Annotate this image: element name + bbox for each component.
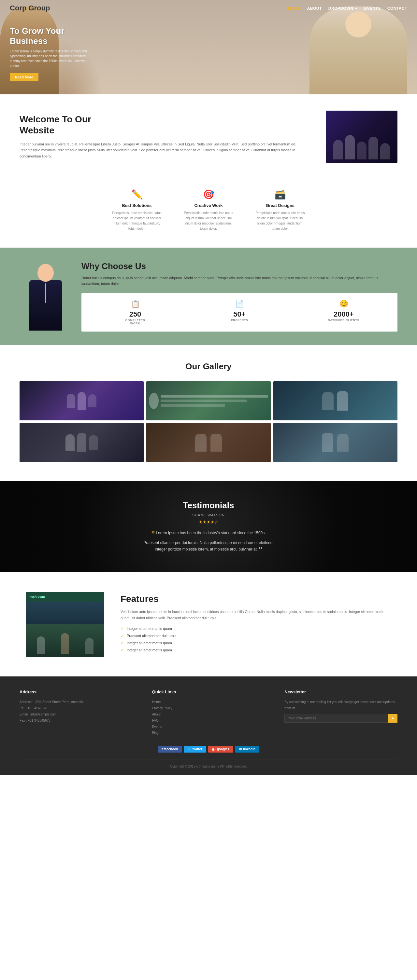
hero-title: To Grow Your Business: [10, 26, 94, 46]
meeting-person-5: [380, 143, 390, 159]
feature-item-0: ✏️ Best Solutions Perspiciatis unde omni…: [111, 189, 163, 231]
footer-link-privacy[interactable]: Privacy Policy: [152, 705, 265, 711]
quote-left-icon: ": [151, 529, 155, 540]
nav-links: HOME ABOUT DROPDOWN ▼ EVENTS CONTACT: [288, 5, 407, 11]
footer-newsletter-desc: By subscribing to our mailing list you w…: [284, 699, 398, 711]
welcome-image-inner: [326, 111, 398, 163]
quote-right-icon: ": [259, 545, 262, 556]
features-row: ✏️ Best Solutions Perspiciatis unde omni…: [0, 179, 417, 248]
feature-icon-1: 🎯: [182, 189, 235, 200]
features-detail-section: mushroom6 Features Vestibulum ante ipsum…: [0, 572, 417, 676]
why-content: Why Choose Us Doner turrius compus risus…: [81, 261, 398, 331]
footer: Address Address : 1234 Street Street Per…: [0, 676, 417, 775]
check-icon-2: ✓: [121, 640, 124, 645]
feature-desc-1: Perspiciatis unde omnis iste natus abjuc…: [182, 210, 235, 231]
person-tie: [45, 283, 46, 303]
gallery-item-1: [146, 381, 270, 420]
nav-home[interactable]: HOME: [288, 6, 301, 11]
welcome-image: [326, 111, 398, 163]
feature-check-1: ✓ Praesent ullamcorper dui turpis: [121, 633, 391, 638]
feature-check-label-2: Integer sit amet mattis quam: [127, 641, 172, 645]
hero-description: Lorem Ipsum is simply dummy text of the …: [10, 49, 94, 68]
footer-address-line-2: Email : info@sample.com: [19, 711, 133, 718]
table-person-3: [85, 638, 94, 654]
nav-contact[interactable]: CONTACT: [387, 6, 407, 11]
newsletter-submit-button[interactable]: ➤: [388, 714, 398, 723]
social-facebook-button[interactable]: f facebook: [158, 746, 182, 752]
stat-item-1: 📄 50+ PROJECTS: [192, 300, 287, 325]
gallery-grid-bottom: [19, 423, 398, 462]
feature-check-label-3: Integer sit amet mattis quam: [127, 648, 172, 652]
dropdown-arrow-icon: ▼: [355, 7, 357, 10]
hero-content: To Grow Your Business Lorem Ipsum is sim…: [0, 6, 104, 88]
why-description: Doner turrius compus risus, quis saepe v…: [81, 275, 398, 286]
feature-check-2: ✓ Integer sit amet mattis quam: [121, 640, 391, 645]
hero-cta-button[interactable]: Read More: [10, 73, 38, 81]
meeting-person-3: [357, 142, 366, 159]
stat-label-0: COMPLETEDWORK: [88, 318, 182, 325]
why-person-body: [29, 280, 62, 331]
brand-name: Corp Group: [10, 4, 50, 12]
newsletter-input-wrap: ➤: [284, 714, 398, 723]
meeting-person-2: [345, 135, 355, 159]
social-links: f facebook 🐦 twitter g+ google+ in linke…: [19, 746, 398, 752]
social-twitter-button[interactable]: 🐦 twitter: [184, 746, 206, 752]
features-content: Features Vestibulum ante ipsum primis in…: [121, 594, 391, 655]
check-icon-3: ✓: [121, 648, 124, 652]
footer-link-blog[interactable]: Blog: [152, 730, 265, 736]
footer-quicklinks-col: Quick Links Home Privacy Policy About FA…: [152, 689, 265, 736]
footer-newsletter-title: Newsletter: [284, 689, 398, 694]
stat-icon-1: 📄: [192, 300, 287, 308]
newsletter-email-input[interactable]: [284, 714, 388, 723]
stat-number-1: 50+: [192, 310, 287, 318]
footer-link-faq[interactable]: FAQ: [152, 718, 265, 724]
testimonial-name: SHANE WATSON: [26, 513, 391, 517]
feature-item-2: 🗃️ Great Designs Perspiciatis unde omnis…: [254, 189, 306, 231]
feature-title-2: Great Designs: [254, 203, 306, 208]
feature-item-1: 🎯 Creative Work Perspiciatis unde omnis …: [182, 189, 235, 231]
gallery-item-5: [273, 423, 398, 462]
navbar: Corp Group HOME ABOUT DROPDOWN ▼ EVENTS …: [0, 0, 417, 16]
gallery-grid-top: [19, 381, 398, 420]
image-banner-text: mushroom6: [29, 595, 46, 598]
footer-address-line-1: Ph : +61 34567678: [19, 705, 133, 711]
feature-check-label-1: Praesent ullamcorper dui turpis: [127, 634, 176, 638]
features-image-inner: mushroom6: [26, 592, 104, 657]
social-linkedin-button[interactable]: in linkedin: [235, 746, 259, 752]
footer-address-line-0: Address : 1234 Street Street Perth, Aust…: [19, 699, 133, 705]
nav-events[interactable]: EVENTS: [364, 6, 381, 11]
meeting-person-4: [369, 137, 378, 159]
why-choose-section: Why Choose Us Doner turrius compus risus…: [0, 248, 417, 345]
gallery-item-0: [19, 381, 144, 420]
features-detail-title: Features: [121, 594, 391, 604]
footer-address-title: Address: [19, 689, 133, 694]
testimonials-inner: Testimonials SHANE WATSON ★★★★☆ " Lorem …: [26, 500, 391, 553]
nav-dropdown[interactable]: DROPDOWN ▼: [328, 6, 358, 11]
brand-logo[interactable]: Corp Group: [10, 4, 50, 12]
feature-check-3: ✓ Integer sit amet mattis quam: [121, 648, 391, 652]
testimonials-title: Testimonials: [26, 500, 391, 511]
gallery-item-4: [146, 423, 270, 462]
gallery-title: Our Gallery: [19, 361, 398, 372]
stat-number-0: 250: [88, 310, 182, 318]
footer-link-about[interactable]: About: [152, 711, 265, 718]
stat-label-1: PROJECTS: [192, 318, 287, 322]
feature-check-0: ✓ Integer sit amet mattis quam: [121, 626, 391, 631]
footer-link-events[interactable]: Events: [152, 724, 265, 730]
stat-item-2: 😊 2000+ SATISFIED CLIENTS: [296, 300, 391, 325]
testimonial-stars: ★★★★☆: [26, 520, 391, 525]
footer-link-home[interactable]: Home: [152, 699, 265, 705]
stat-label-2: SATISFIED CLIENTS: [296, 318, 391, 322]
stat-icon-2: 😊: [296, 300, 391, 308]
welcome-body: Integer pulvinar leo in viverra feugiat.…: [19, 141, 313, 159]
footer-quicklinks-title: Quick Links: [152, 689, 265, 694]
nav-about[interactable]: ABOUT: [307, 6, 322, 11]
footer-address-line-3: Fax : +61 345345678: [19, 718, 133, 724]
check-icon-0: ✓: [121, 626, 124, 631]
welcome-text: Welcome To Our Website Integer pulvinar …: [19, 114, 313, 159]
feature-desc-2: Perspiciatis unde omnis iste natus dolor…: [254, 210, 306, 231]
meeting-person-1: [333, 140, 343, 159]
why-person-visual: [19, 261, 72, 332]
stat-number-2: 2000+: [296, 310, 391, 318]
social-googleplus-button[interactable]: g+ google+: [208, 746, 233, 752]
